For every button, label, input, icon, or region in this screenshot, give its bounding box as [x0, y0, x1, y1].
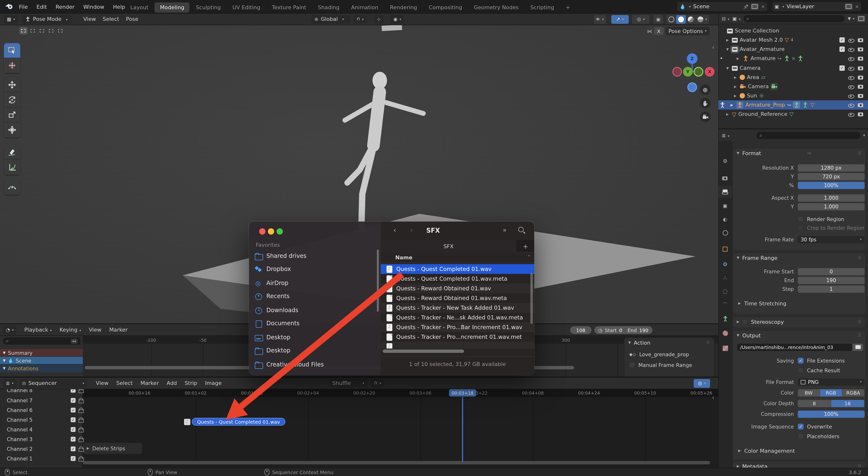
properties-tab-render[interactable]: [718, 172, 732, 184]
workspace-tab-animation[interactable]: Animation: [346, 2, 383, 12]
filter-toggle-icon[interactable]: [71, 338, 78, 344]
channel-lock-icon[interactable]: [79, 417, 83, 422]
workspace-tab-uv-editing[interactable]: UV Editing: [227, 2, 266, 12]
timeline-menu-view[interactable]: View: [85, 327, 105, 333]
channel-lock-icon[interactable]: [79, 446, 83, 451]
select-mode-intersect-icon[interactable]: [56, 27, 64, 34]
close-button[interactable]: [259, 228, 266, 235]
character-model[interactable]: [345, 72, 423, 233]
overwrite-checkbox[interactable]: [798, 424, 804, 429]
frame-rate-dropdown[interactable]: 30 fps: [798, 236, 865, 243]
editor-type-viewport-icon[interactable]: [4, 15, 18, 24]
aspect-y-field[interactable]: 1.000: [798, 203, 865, 210]
placeholders-checkbox[interactable]: [798, 433, 804, 439]
outliner-search-input[interactable]: [744, 15, 845, 22]
hide-eye-icon[interactable]: [848, 37, 855, 43]
outliner-row-armature-prop[interactable]: Armature_Prop: [718, 100, 868, 110]
viewport-menu-view[interactable]: View: [80, 16, 100, 22]
tool-measure[interactable]: [4, 160, 20, 175]
tool-rotate[interactable]: [4, 93, 20, 108]
shading-rendered-button[interactable]: [695, 15, 709, 24]
depth-8-button[interactable]: 8: [798, 400, 831, 407]
aspect-x-field[interactable]: 1.000: [798, 194, 865, 201]
sidebar-item-documents[interactable]: Documents: [255, 318, 375, 329]
menu-render[interactable]: Render: [51, 4, 79, 10]
viewlayer-name[interactable]: ViewLayer: [786, 3, 843, 10]
viewport-menu-pose[interactable]: Pose: [122, 16, 142, 22]
snapping-dropdown[interactable]: [353, 15, 367, 24]
channel-lock-icon[interactable]: [79, 456, 83, 461]
workspace-tab-rendering[interactable]: Rendering: [384, 2, 423, 12]
toolbar-more-icon[interactable]: [503, 226, 507, 234]
workspace-tab-modeling[interactable]: Modeling: [155, 2, 190, 12]
seq-menu-image[interactable]: Image: [201, 380, 225, 386]
render-camera-icon[interactable]: [857, 84, 864, 89]
tool-box-select[interactable]: [4, 43, 20, 58]
channel-lock-icon[interactable]: [79, 408, 83, 413]
keying-menu[interactable]: Keying: [56, 327, 85, 333]
channel-6[interactable]: Channel 6: [0, 405, 83, 415]
object-visibility-dropdown[interactable]: [594, 15, 606, 24]
action-panel-header[interactable]: Action⠿: [624, 338, 714, 348]
color-bw-button[interactable]: BW: [798, 389, 820, 396]
panel-stereoscopy[interactable]: Stereoscopy⠿: [733, 317, 866, 328]
hide-eye-icon[interactable]: [848, 84, 855, 89]
menu-edit[interactable]: Edit: [32, 4, 51, 10]
file-format-dropdown[interactable]: PNG: [798, 378, 865, 386]
properties-tab-data[interactable]: [718, 313, 732, 324]
render-camera-icon[interactable]: [857, 37, 864, 42]
file-row[interactable]: Quests - Tracker - Pro...ncrement 01.wav…: [381, 332, 534, 342]
hide-eye-icon[interactable]: [848, 111, 855, 117]
sequencer-hscrollbar[interactable]: [83, 461, 710, 464]
compression-slider[interactable]: 100%: [798, 410, 865, 418]
shading-solid-button[interactable]: [676, 15, 686, 24]
new-tab-button[interactable]: +: [517, 240, 534, 252]
stereoscopy-checkbox[interactable]: [742, 319, 748, 325]
sidebar-item-desktop-folder[interactable]: Desktop: [255, 345, 375, 356]
start-field[interactable]: 0: [619, 327, 622, 333]
channel-lock-icon[interactable]: [79, 437, 83, 442]
channel-5[interactable]: Channel 5: [0, 415, 83, 425]
panel-frame-range-header[interactable]: Frame Range⠿: [733, 253, 866, 263]
mode-dropdown[interactable]: Pose Mode: [22, 15, 72, 24]
select-mode-new-icon[interactable]: [20, 27, 28, 34]
properties-tab-modifiers[interactable]: [718, 258, 732, 270]
file-row[interactable]: Quests - Quest Completed 01.wav: [381, 264, 534, 274]
properties-tab-world[interactable]: [718, 227, 732, 238]
render-camera-icon[interactable]: [857, 102, 864, 107]
exclude-checkbox[interactable]: [839, 46, 845, 52]
sidebar-item-recents[interactable]: Recents: [255, 291, 375, 301]
seq-overlay-toggle[interactable]: [693, 379, 710, 388]
sidebar-item-creative-cloud[interactable]: Creative Cloud Files: [255, 359, 375, 370]
gizmo-x-neg-axis[interactable]: [672, 67, 682, 77]
sidebar-scrollbar[interactable]: [377, 250, 379, 312]
grip-icon[interactable]: ⠿: [858, 320, 862, 324]
gizmo-orbit-ball[interactable]: [687, 82, 697, 92]
properties-tab-view-layer[interactable]: [718, 200, 732, 211]
depth-16-button[interactable]: 16: [831, 400, 865, 407]
workspace-tab-shading[interactable]: Shading: [312, 2, 345, 12]
new-collection-button[interactable]: [857, 16, 865, 22]
shading-wireframe-button[interactable]: [666, 15, 676, 24]
render-camera-icon[interactable]: [857, 111, 864, 117]
workspace-tab-geometry-nodes[interactable]: Geometry Nodes: [468, 2, 524, 12]
channel-lock-icon[interactable]: [79, 427, 83, 432]
grip-icon[interactable]: ⠿: [858, 151, 862, 156]
editor-type-sequencer-icon[interactable]: [3, 379, 17, 388]
channel-mute-checkbox[interactable]: [71, 437, 75, 442]
stopwatch-icon[interactable]: [598, 327, 602, 333]
redo-panel[interactable]: Delete Strips: [83, 443, 142, 454]
workspace-tab-compositing[interactable]: Compositing: [423, 2, 467, 12]
render-region-checkbox[interactable]: [798, 216, 804, 222]
action-name[interactable]: Love_grenade_prop: [640, 351, 689, 357]
proportional-editing-dropdown[interactable]: [391, 15, 404, 24]
render-camera-icon[interactable]: [857, 65, 864, 70]
render-camera-icon[interactable]: [857, 93, 864, 98]
file-row-partial[interactable]: [381, 342, 534, 349]
dopesheet-search-input[interactable]: [3, 337, 81, 345]
outliner-row-area-light[interactable]: Area: [718, 73, 868, 82]
outliner-row-scene-collection[interactable]: Scene Collection: [718, 26, 868, 35]
current-frame-field[interactable]: 108: [570, 326, 591, 334]
time-stretching-subpanel[interactable]: Time Stretching: [738, 300, 859, 307]
gizmo-x-axis[interactable]: X: [705, 67, 714, 77]
